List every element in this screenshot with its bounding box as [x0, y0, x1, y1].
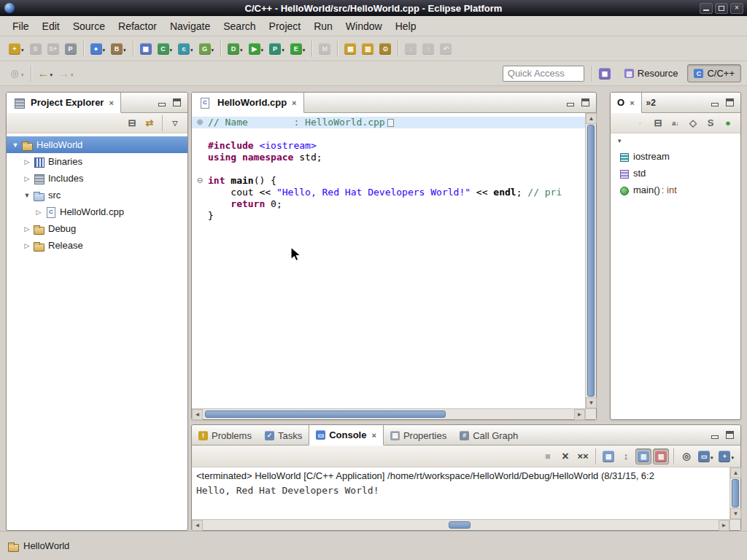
outline-item-main-[interactable]: main() : int: [611, 182, 740, 198]
outline-item-iostream[interactable]: iostream: [611, 148, 740, 165]
dropdown-arrow-icon[interactable]: ▾: [103, 47, 106, 53]
debug-button[interactable]: D▾: [225, 41, 245, 57]
dropdown-arrow-icon[interactable]: ▾: [240, 47, 243, 53]
close-window-button[interactable]: ×: [730, 3, 743, 14]
code-line[interactable]: ⊕// Name : HelloWorld.cpp: [192, 117, 585, 128]
maximize-view-button[interactable]: [173, 98, 181, 106]
expander-closed-icon[interactable]: ▷: [21, 242, 33, 249]
scroll-right-arrow[interactable]: ►: [574, 409, 585, 420]
remove-all-launches-button[interactable]: ××: [575, 448, 591, 464]
scroll-up-arrow[interactable]: ▲: [586, 113, 597, 124]
next-annotation-button[interactable]: ↓: [403, 41, 419, 57]
save-all-button[interactable]: S+: [45, 41, 61, 57]
focus-button[interactable]: ◦: [632, 115, 649, 131]
code-line[interactable]: [192, 163, 585, 175]
tree-item-helloworld-cpp[interactable]: ▷HelloWorld.cpp: [7, 203, 187, 220]
menu-search[interactable]: Search: [217, 18, 262, 34]
save-button[interactable]: S: [28, 41, 44, 57]
expander-closed-icon[interactable]: ▷: [21, 158, 33, 166]
print-button[interactable]: P: [63, 41, 79, 57]
tree-item-includes[interactable]: ▷Includes: [7, 170, 187, 187]
scroll-up-arrow[interactable]: ▲: [730, 467, 741, 478]
mark-occurrences-button[interactable]: M: [317, 41, 333, 57]
minimize-view-button[interactable]: [711, 99, 719, 106]
more-views-indicator[interactable]: »2: [646, 98, 656, 108]
minimize-view-button[interactable]: [566, 99, 575, 106]
console-horizontal-scrollbar[interactable]: ◄ ►: [192, 519, 729, 530]
scroll-right-arrow[interactable]: ►: [719, 520, 729, 531]
menu-file[interactable]: File: [6, 18, 36, 34]
maximize-window-button[interactable]: [715, 3, 728, 14]
link-with-editor-button[interactable]: ⇄: [142, 115, 158, 131]
hide-static-members-button[interactable]: S: [703, 115, 719, 131]
view-menu-icon[interactable]: ▾: [618, 137, 622, 144]
perspective-c-c-[interactable]: CC/C++: [687, 64, 741, 82]
new-wizard-button[interactable]: +▾: [7, 41, 26, 57]
tree-item-src[interactable]: ▼src: [7, 187, 187, 203]
dropdown-arrow-icon[interactable]: ▾: [731, 455, 734, 461]
build-button[interactable]: B▾: [109, 41, 128, 57]
profile-button[interactable]: P▾: [267, 41, 287, 57]
pin-editor-button[interactable]: ◎▾: [7, 66, 26, 82]
open-console-button[interactable]: +▾: [716, 448, 736, 464]
close-icon[interactable]: ×: [292, 98, 296, 107]
minimize-window-button[interactable]: [700, 3, 713, 14]
dropdown-arrow-icon[interactable]: ▾: [21, 72, 24, 78]
scroll-down-arrow[interactable]: ▼: [730, 508, 741, 519]
minimize-view-button[interactable]: [158, 99, 166, 106]
forward-button[interactable]: →▾: [56, 66, 76, 82]
tab-project-explorer[interactable]: Project Explorer ×: [7, 93, 121, 113]
new-cpp-project-button[interactable]: ▦: [138, 41, 154, 57]
run-button[interactable]: ▶▾: [247, 41, 266, 57]
dropdown-arrow-icon[interactable]: ▾: [190, 47, 193, 53]
menu-run[interactable]: Run: [307, 18, 339, 34]
hide-fields-button[interactable]: ◇: [685, 115, 701, 131]
menu-help[interactable]: Help: [389, 18, 423, 34]
editor-horizontal-scrollbar[interactable]: ◄ ►: [192, 408, 585, 419]
tree-item-debug[interactable]: ▷Debug: [7, 220, 187, 237]
scroll-left-arrow[interactable]: ◄: [192, 409, 203, 420]
expander-closed-icon[interactable]: ▷: [21, 225, 33, 233]
scroll-lock-button[interactable]: ↕: [618, 448, 634, 464]
code-line[interactable]: #include <iostream>: [192, 140, 585, 152]
collapse-all-button[interactable]: ⊟: [650, 115, 666, 131]
menu-source[interactable]: Source: [66, 18, 112, 34]
menu-window[interactable]: Window: [339, 18, 389, 34]
outline-item-std[interactable]: std: [611, 165, 740, 182]
open-type-button[interactable]: ▤: [342, 41, 358, 57]
tree-item-binaries[interactable]: ▷Binaries: [7, 153, 187, 170]
pin-console-button[interactable]: ◎: [678, 448, 694, 464]
dropdown-arrow-icon[interactable]: ▾: [123, 47, 126, 53]
tab-helloworld-cpp[interactable]: HelloWorld.cpp ×: [192, 93, 304, 113]
open-resource-button[interactable]: ▥: [360, 41, 376, 57]
dropdown-arrow-icon[interactable]: ▾: [21, 47, 24, 53]
dropdown-arrow-icon[interactable]: ▾: [261, 47, 264, 53]
tab-outline[interactable]: O ×: [611, 93, 642, 113]
tab-console[interactable]: ▭Console×: [309, 425, 384, 446]
collapse-all-button[interactable]: ⊟: [124, 115, 140, 131]
code-line[interactable]: [192, 128, 585, 140]
scrollbar-thumb[interactable]: [205, 411, 446, 418]
dropdown-arrow-icon[interactable]: ▾: [711, 455, 713, 461]
scrollbar-thumb[interactable]: [587, 125, 595, 397]
code-line[interactable]: return 0;: [192, 198, 585, 210]
last-edit-location-button[interactable]: ↶: [438, 41, 454, 57]
quick-access-input[interactable]: [503, 66, 584, 82]
hide-non-public-button[interactable]: ●: [720, 115, 736, 131]
scrollbar-thumb[interactable]: [449, 521, 471, 529]
scroll-left-arrow[interactable]: ◄: [192, 520, 203, 531]
fold-plus-icon[interactable]: ⊕: [192, 117, 208, 128]
launch-config-button[interactable]: ●▾: [88, 41, 108, 57]
maximize-view-button[interactable]: [726, 98, 734, 106]
close-icon[interactable]: ×: [630, 98, 634, 107]
expander-closed-icon[interactable]: ▷: [21, 175, 33, 182]
close-icon[interactable]: ×: [371, 431, 376, 440]
back-button[interactable]: ←▾: [36, 66, 55, 82]
dropdown-arrow-icon[interactable]: ▾: [71, 72, 74, 78]
dropdown-arrow-icon[interactable]: ▾: [303, 47, 306, 53]
expander-open-icon[interactable]: ▼: [9, 141, 21, 149]
code-line[interactable]: }: [192, 210, 585, 222]
dropdown-arrow-icon[interactable]: ▾: [50, 72, 53, 78]
dropdown-arrow-icon[interactable]: ▾: [170, 47, 173, 53]
new-source-file-button[interactable]: c▾: [176, 41, 196, 57]
